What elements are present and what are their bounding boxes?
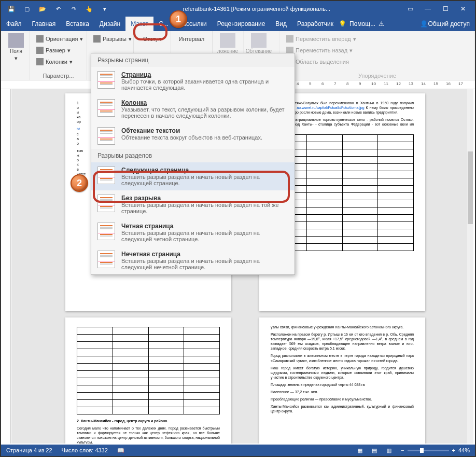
dd-title: Нечетная страница: [121, 251, 180, 258]
touch-icon[interactable]: 👆: [85, 5, 93, 13]
status-page[interactable]: Страница 4 из 22: [6, 447, 52, 453]
doc-text: Город расположен в живописном месте в че…: [271, 353, 414, 363]
section-even-icon: [97, 223, 115, 240]
titlebar: 💾 ▢ 📂 ↶ ↷ 👆 ▾ referatbank-14361 [Режим о…: [1, 1, 475, 17]
spacing-label: Интервал: [179, 36, 204, 42]
dd-title: Страница: [121, 71, 151, 78]
dd-desc: Указывает, что текст, следующий за разры…: [121, 106, 288, 119]
tab-file[interactable]: Файл: [1, 17, 27, 31]
dd-desc: Обтекание текста вокруг объектов на веб-…: [121, 134, 262, 141]
save-icon[interactable]: 💾: [7, 5, 16, 13]
wrap-break-icon: [97, 127, 115, 145]
dd-header-pages: Разрывы страниц: [91, 53, 295, 67]
tab-insert[interactable]: Вставка: [61, 17, 94, 31]
indent-label: Отступ: [143, 36, 162, 42]
statusbar: Страница 4 из 22 Число слов: 4332 📖 ▦ ▤ …: [1, 445, 475, 456]
position-button: ложение: [217, 33, 239, 54]
dd-header-sections: Разрывы разделов: [91, 149, 295, 162]
bring-forward-button: Переместить вперед ▾: [284, 35, 358, 43]
doc-text: Преобладающие религии — православие и му…: [271, 397, 414, 401]
badge-1: 1: [170, 10, 187, 28]
breaks-button[interactable]: Разрывы ▾: [91, 35, 134, 43]
dd-desc: Выбор точки, в которой заканчивается одн…: [121, 78, 288, 91]
zoom-slider[interactable]: [408, 450, 449, 451]
tab-layout[interactable]: Макет: [125, 17, 153, 31]
section-odd-icon: [97, 251, 115, 268]
dd-title: Следующая страница: [121, 167, 189, 174]
doc-text: Сегодня мало что напоминает о тех далеки…: [77, 426, 220, 444]
doc-text: Расположен на правом берегу р. Иртыш в 1…: [271, 332, 414, 351]
zoom-in-icon[interactable]: +: [452, 447, 455, 453]
tab-review[interactable]: Рецензирование: [212, 17, 271, 31]
ribbon-options-icon[interactable]: ▭: [403, 4, 417, 14]
page-bottom-left[interactable]: 2. Ханты-Мансийск - город, центр округа …: [65, 317, 231, 444]
maximize-icon[interactable]: ☐: [439, 4, 452, 14]
doc-link[interactable]: ht: [77, 127, 80, 131]
scrollbar-vertical[interactable]: [467, 89, 473, 444]
qat-more-icon[interactable]: ▾: [101, 5, 109, 13]
section-next-icon: [97, 167, 115, 184]
tab-view[interactable]: Вид: [270, 17, 292, 31]
redo-icon[interactable]: ↷: [69, 5, 78, 13]
open-icon[interactable]: 📂: [38, 5, 47, 13]
doc-text: Площадь земель в пределах городской черт…: [271, 382, 414, 387]
ribbon-tabs: Файл Главная Вставка Дизайн Макет С... Р…: [1, 17, 475, 31]
doc-table[interactable]: [77, 327, 220, 414]
tab-home[interactable]: Главная: [27, 17, 61, 31]
dd-desc: Вставить разрыв раздела и начать новый р…: [121, 230, 288, 242]
dd-item-page[interactable]: СтраницаВыбор точки, в которой заканчива…: [91, 67, 295, 95]
close-icon[interactable]: ✕: [456, 4, 470, 14]
new-icon[interactable]: ▢: [23, 5, 31, 13]
window-title: referatbank-14361 [Режим ограниченной фу…: [115, 6, 398, 12]
size-button[interactable]: Размер ▾: [34, 46, 73, 54]
columns-button[interactable]: Колонки ▾: [34, 58, 75, 66]
dd-title: Без разрыва: [121, 195, 161, 202]
tab-developer[interactable]: Разработчик: [292, 17, 339, 31]
minimize-icon[interactable]: —: [421, 4, 435, 14]
dd-item-column[interactable]: КолонкаУказывает, что текст, следующий з…: [91, 95, 295, 123]
column-break-icon: [97, 99, 115, 117]
undo-icon[interactable]: ↶: [54, 5, 62, 13]
tell-me-icon: 💡: [339, 20, 346, 27]
status-words[interactable]: Число слов: 4332: [62, 447, 108, 453]
fields-button[interactable]: Поля▾: [5, 33, 27, 62]
doc-text: Население — 37,2 тыс. чел.: [271, 390, 414, 394]
dd-title: Колонка: [121, 99, 147, 106]
doc-heading: 2. Ханты-Мансийск - город, центр округа …: [77, 419, 168, 423]
tell-me[interactable]: Помощ...: [349, 20, 375, 27]
share-button[interactable]: 👤 Общий доступ: [415, 17, 475, 31]
badge-2: 2: [71, 174, 88, 192]
view-web-icon[interactable]: ▥: [386, 447, 391, 454]
page-bottom-right[interactable]: узлы связи, финансовые учреждения Ханты-…: [259, 317, 425, 444]
view-read-icon[interactable]: ▦: [357, 447, 362, 454]
dd-desc: Вставить разрыв раздела и начать новый р…: [121, 258, 288, 270]
page-setup-label: Параметр...: [34, 73, 82, 79]
dd-title: Обтекание текстом: [121, 127, 180, 134]
ruler-vertical[interactable]: [2, 89, 11, 444]
dd-item-continuous[interactable]: Без разрываВставить разрыв раздела и нач…: [91, 190, 295, 218]
dd-desc: Вставить разрыв раздела и начать новый р…: [121, 202, 288, 214]
view-print-icon[interactable]: ▤: [372, 447, 377, 454]
dd-desc: Вставить разрыв раздела и начать новый р…: [121, 174, 288, 186]
breaks-dropdown: Разрывы страниц СтраницаВыбор точки, в к…: [91, 53, 295, 275]
spell-icon[interactable]: 📖: [117, 447, 124, 454]
orientation-button[interactable]: Ориентация ▾: [34, 35, 85, 43]
doc-text: узлы связи, финансовые учреждения Ханты-…: [271, 325, 414, 329]
dd-item-even[interactable]: Четная страницаВставить разрыв раздела и…: [91, 218, 295, 246]
zoom-value[interactable]: 44%: [458, 447, 470, 453]
doc-link[interactable]: ao.wsnet.ru/capital/Fotoalb/Foto/doma.jp…: [297, 106, 364, 109]
zoom-out-icon[interactable]: −: [401, 447, 404, 453]
dd-item-wrap[interactable]: Обтекание текстомОбтекание текста вокруг…: [91, 123, 295, 149]
dd-item-odd[interactable]: Нечетная страницаВставить разрыв раздела…: [91, 246, 295, 274]
doc-text: Наш город имеет богатую историю, уникаль…: [271, 366, 414, 380]
doc-text: Ханты-Мансийск развивается как администр…: [271, 404, 414, 413]
dd-title: Четная страница: [121, 223, 173, 230]
section-cont-icon: [97, 195, 115, 212]
arrange-label: Упорядочение: [284, 73, 470, 79]
page-break-icon: [97, 71, 115, 89]
tab-design[interactable]: Дизайн: [94, 17, 125, 31]
warning-icon[interactable]: ⚠: [379, 20, 384, 27]
dd-item-next-page[interactable]: Следующая страницаВставить разрыв раздел…: [91, 162, 295, 190]
scrollbar-thumb[interactable]: [468, 151, 473, 224]
